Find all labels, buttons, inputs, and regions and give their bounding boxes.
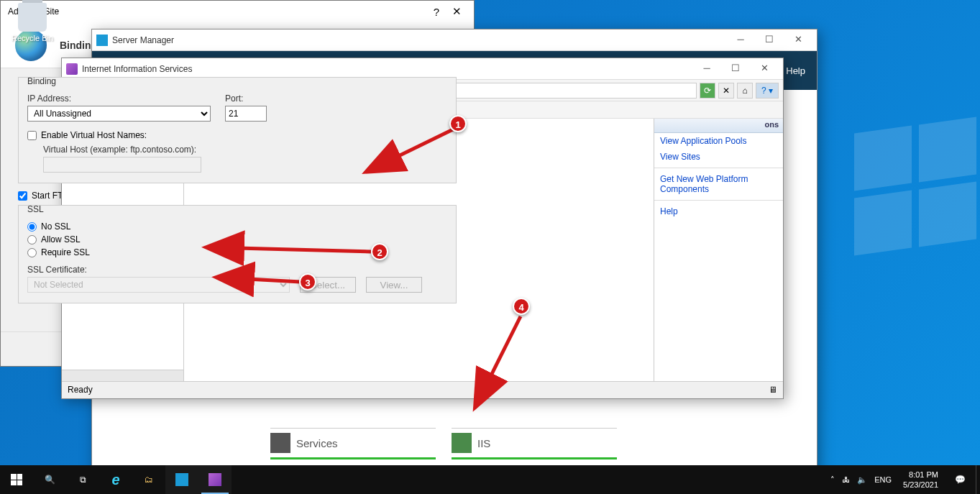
require-ssl-radio[interactable] [27,248,37,257]
refresh-button[interactable]: ⟳ [700,83,715,99]
search-button[interactable]: 🔍 [33,465,66,494]
actions-pane: ons View Application Pools View Sites Ge… [654,119,783,381]
callout-4: 4 [513,298,530,315]
close-button[interactable]: ✕ [784,30,812,50]
clock-time: 8:01 PM [903,470,938,480]
tray-lang[interactable]: ENG [874,475,892,484]
ip-address-select[interactable]: All Unassigned [27,106,211,122]
iis-icon [66,63,78,75]
iis-statusbar: Ready 🖥 [62,381,783,397]
ssl-cert-label: SSL Certificate: [27,265,447,275]
recycle-bin-icon [18,3,47,32]
iis-taskbar-icon[interactable] [198,465,232,494]
ssl-view-button: View... [366,277,422,293]
taskbar: 🔍 ⧉ e 🗂 ˄ 🖧 🔈 ENG 8:01 PM 5/23/2021 💬 [0,465,980,494]
start-button[interactable] [0,465,33,494]
maximize-button[interactable]: ☐ [755,30,784,50]
dialog-titlebar[interactable]: Add FTP Site ? ✕ [1,1,474,22]
clock-date: 5/23/2021 [903,480,938,490]
ssl-cert-select: Not Selected [27,277,290,293]
minimize-button[interactable]: ─ [692,59,721,79]
ssl-group: SSL No SSL Allow SSL Require SSL SSL Cer… [18,205,457,303]
ip-address-label: IP Address: [27,93,211,104]
tray-chevron-icon[interactable]: ˄ [830,475,835,485]
help-dropdown[interactable]: ? ▾ [756,83,779,99]
require-ssl-label: Require SSL [41,247,90,257]
close-button[interactable]: ✕ [750,59,779,79]
system-tray[interactable]: ˄ 🖧 🔈 ENG [825,475,897,485]
vhost-field-label: Virtual Host (example: ftp.contoso.com): [43,145,447,155]
server-manager-taskbar-icon[interactable] [165,465,198,494]
tray-volume-icon[interactable]: 🔈 [857,475,867,485]
server-manager-title: Server Manager [112,35,726,45]
tray-network-icon[interactable]: 🖧 [842,475,850,484]
tile-services-icon [270,433,290,453]
show-desktop-button[interactable] [976,465,980,494]
close-button[interactable]: ✕ [447,5,467,18]
explorer-taskbar-icon[interactable]: 🗂 [132,465,165,494]
allow-ssl-label: Allow SSL [41,234,81,244]
auto-start-checkbox[interactable] [18,191,27,201]
ssl-group-label: SSL [27,204,447,214]
recycle-bin[interactable]: Recycle Bin [7,3,58,43]
callout-2: 2 [371,243,388,260]
link-view-app-pools[interactable]: View Application Pools [654,133,783,149]
help-menu[interactable]: Help [786,65,805,76]
binding-group-label: Binding [27,76,447,86]
allow-ssl-radio[interactable] [27,235,37,244]
task-view-button[interactable]: ⧉ [66,465,99,494]
status-icon: 🖥 [769,385,777,395]
notifications-button[interactable]: 💬 [944,465,976,494]
stop-button[interactable]: ✕ [718,83,734,99]
actions-header: ons [654,119,783,133]
no-ssl-radio[interactable] [27,222,37,232]
tile-iis-title: IIS [477,437,490,449]
ie-taskbar-icon[interactable]: e [99,465,132,494]
iis-title: Internet Information Services [82,64,692,74]
recycle-bin-label: Recycle Bin [12,34,53,42]
status-text: Ready [68,385,93,395]
taskbar-clock[interactable]: 8:01 PM 5/23/2021 [897,470,944,490]
enable-vhost-label: Enable Virtual Host Names: [41,130,147,140]
vhost-input [43,157,201,173]
port-label: Port: [225,93,267,104]
port-input[interactable] [225,106,267,122]
home-button[interactable]: ⌂ [737,83,753,99]
link-help[interactable]: Help [654,203,783,219]
no-ssl-label: No SSL [41,221,70,232]
minimize-button[interactable]: ─ [726,30,755,50]
tile-services-title: Services [296,437,338,449]
tile-iis-icon [452,433,472,453]
link-get-web-platform[interactable]: Get New Web Platform Components [654,171,783,197]
hscrollbar[interactable] [62,370,183,381]
help-button[interactable]: ? [426,6,447,18]
enable-vhost-checkbox[interactable] [27,131,37,140]
binding-group: Binding IP Address: All Unassigned Port:… [18,77,457,183]
server-manager-titlebar[interactable]: Server Manager ─ ☐ ✕ [92,29,817,51]
server-manager-icon [96,35,108,46]
callout-1: 1 [449,115,467,132]
link-view-sites[interactable]: View Sites [654,149,783,165]
windows-logo-watermark [851,43,980,367]
dialog-title: Add FTP Site [8,6,426,17]
maximize-button[interactable]: ☐ [721,59,750,79]
callout-3: 3 [299,273,316,291]
